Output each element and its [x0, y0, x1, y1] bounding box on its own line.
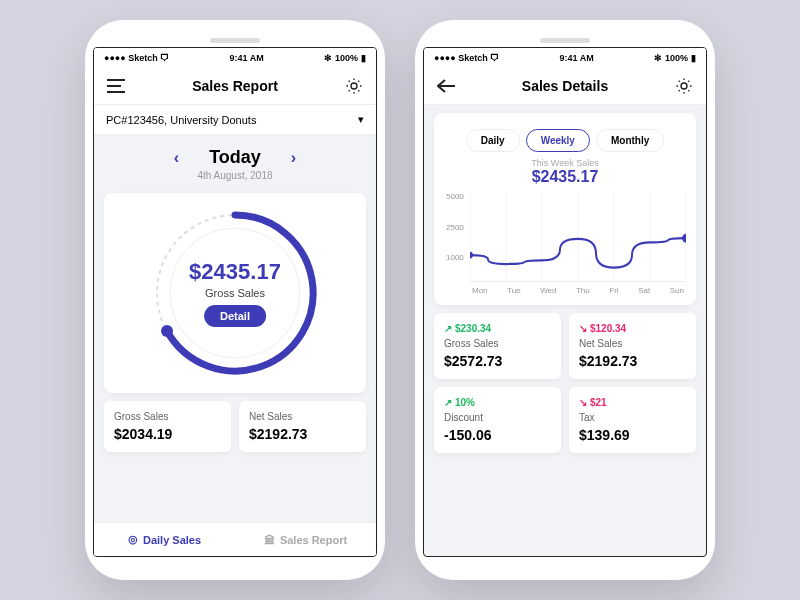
card-value: $2192.73 [249, 426, 356, 442]
svg-point-11 [470, 252, 473, 259]
net-sales-card[interactable]: Net Sales $2192.73 [239, 401, 366, 452]
page-title: Sales Details [522, 78, 608, 94]
tab-sales-report[interactable]: 🏛 Sales Report [235, 523, 376, 556]
card-value: -150.06 [444, 427, 551, 443]
tab-label: Daily Sales [143, 534, 201, 546]
chart-card: Daily Weekly Monthly This Week Sales $24… [434, 113, 696, 305]
phone-speaker [210, 38, 260, 43]
location-dropdown[interactable]: PC#123456, University Donuts ▾ [94, 105, 376, 135]
bottom-tabs: ◎ Daily Sales 🏛 Sales Report [94, 522, 376, 556]
gross-sales-card[interactable]: Gross Sales $2034.19 [104, 401, 231, 452]
summary-cards: Gross Sales $2034.19 Net Sales $2192.73 [104, 401, 366, 452]
svg-point-12 [682, 234, 686, 243]
status-bar: ●●●● Sketch ⛉ 9:41 AM ✻ 100% ▮ [94, 48, 376, 68]
clock-label: 9:41 AM [230, 53, 264, 63]
trend-down-icon: ↘ [579, 397, 587, 408]
back-icon[interactable] [436, 76, 456, 96]
card-label: Discount [444, 412, 551, 423]
content: ‹ Today › 4th August, 2018 $2435.17 Gros… [94, 135, 376, 522]
screen: ●●●● Sketch ⛉ 9:41 AM ✻ 100% ▮ Sales Det… [423, 47, 707, 557]
gross-sales-card[interactable]: ↗$230.34 Gross Sales $2572.73 [434, 313, 561, 379]
seg-monthly[interactable]: Monthly [596, 129, 664, 152]
card-label: Tax [579, 412, 686, 423]
change-down: ↘$21 [579, 397, 686, 408]
x-axis-labels: MonTueWedThuFriSatSun [470, 286, 686, 295]
prev-day-icon[interactable]: ‹ [174, 149, 179, 167]
card-value: $139.69 [579, 427, 686, 443]
trend-up-icon: ↗ [444, 397, 452, 408]
card-value: $2572.73 [444, 353, 551, 369]
card-label: Gross Sales [444, 338, 551, 349]
chart-area: 5000 2500 1000 MonTueWedThuFriSatSun [444, 192, 686, 295]
metric-row-1: ↗$230.34 Gross Sales $2572.73 ↘$120.34 N… [434, 313, 696, 379]
y-axis-labels: 5000 2500 1000 [446, 192, 464, 262]
carrier-label: ●●●● Sketch ⛉ [434, 53, 499, 63]
screen: ●●●● Sketch ⛉ 9:41 AM ✻ 100% ▮ Sales Rep… [93, 47, 377, 557]
trend-up-icon: ↗ [444, 323, 452, 334]
detail-button[interactable]: Detail [204, 305, 266, 327]
seg-weekly[interactable]: Weekly [526, 129, 590, 152]
discount-card[interactable]: ↗10% Discount -150.06 [434, 387, 561, 453]
date-navigator: ‹ Today › 4th August, 2018 [104, 143, 366, 185]
card-value: $2192.73 [579, 353, 686, 369]
dollar-icon: ◎ [128, 533, 138, 546]
carrier-label: ●●●● Sketch ⛉ [104, 53, 169, 63]
tax-card[interactable]: ↘$21 Tax $139.69 [569, 387, 696, 453]
phone-speaker [540, 38, 590, 43]
change-up: ↗10% [444, 397, 551, 408]
seg-daily[interactable]: Daily [466, 129, 520, 152]
card-label: Net Sales [249, 411, 356, 422]
gross-sales-gauge: $2435.17 Gross Sales Detail [145, 203, 325, 383]
location-label: PC#123456, University Donuts [106, 114, 256, 126]
card-label: Net Sales [579, 338, 686, 349]
change-down: ↘$120.34 [579, 323, 686, 334]
net-sales-card[interactable]: ↘$120.34 Net Sales $2192.73 [569, 313, 696, 379]
navbar: Sales Report [94, 68, 376, 105]
gauge-card: $2435.17 Gross Sales Detail [104, 193, 366, 393]
page-title: Sales Report [192, 78, 278, 94]
content: Daily Weekly Monthly This Week Sales $24… [424, 105, 706, 556]
tab-label: Sales Report [280, 534, 347, 546]
card-value: $2034.19 [114, 426, 221, 442]
chart-title: This Week Sales [444, 158, 686, 168]
phone-sales-report: ●●●● Sketch ⛉ 9:41 AM ✻ 100% ▮ Sales Rep… [85, 20, 385, 580]
svg-point-2 [161, 325, 173, 337]
status-bar: ●●●● Sketch ⛉ 9:41 AM ✻ 100% ▮ [424, 48, 706, 68]
status-right: ✻ 100% ▮ [654, 53, 696, 63]
line-chart [470, 192, 686, 282]
next-day-icon[interactable]: › [291, 149, 296, 167]
building-icon: 🏛 [264, 534, 275, 546]
change-up: ↗$230.34 [444, 323, 551, 334]
tab-daily-sales[interactable]: ◎ Daily Sales [94, 523, 235, 556]
gear-icon[interactable] [674, 76, 694, 96]
clock-label: 9:41 AM [560, 53, 594, 63]
date-sub: 4th August, 2018 [104, 170, 366, 181]
menu-icon[interactable] [106, 76, 126, 96]
date-label: Today [209, 147, 261, 168]
period-segmented: Daily Weekly Monthly [444, 123, 686, 158]
chart-amount: $2435.17 [444, 168, 686, 186]
metric-row-2: ↗10% Discount -150.06 ↘$21 Tax $139.69 [434, 387, 696, 453]
gear-icon[interactable] [344, 76, 364, 96]
gauge-label: Gross Sales [189, 287, 281, 299]
card-label: Gross Sales [114, 411, 221, 422]
navbar: Sales Details [424, 68, 706, 105]
status-right: ✻ 100% ▮ [324, 53, 366, 63]
gauge-amount: $2435.17 [189, 259, 281, 285]
chevron-down-icon: ▾ [358, 113, 364, 126]
trend-down-icon: ↘ [579, 323, 587, 334]
phone-sales-details: ●●●● Sketch ⛉ 9:41 AM ✻ 100% ▮ Sales Det… [415, 20, 715, 580]
